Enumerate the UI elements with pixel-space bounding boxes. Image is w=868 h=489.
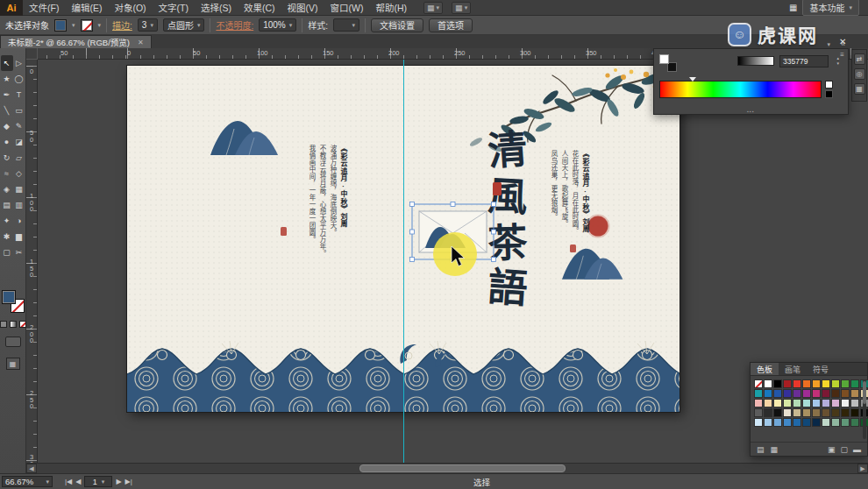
tool-pen[interactable]: ✒ bbox=[1, 87, 13, 103]
tool-artboard[interactable]: ▢ bbox=[1, 244, 13, 260]
swatch[interactable] bbox=[764, 418, 772, 427]
swatch[interactable] bbox=[802, 418, 811, 427]
document-tab[interactable]: 未标题-2* @ 66.67% (RGB/预览) ✕ bbox=[0, 35, 152, 48]
swatch[interactable] bbox=[850, 379, 859, 388]
swatch[interactable] bbox=[783, 408, 792, 417]
tool-rectangle[interactable]: ▭ bbox=[13, 103, 25, 118]
stroke-label[interactable]: 描边: bbox=[112, 18, 132, 32]
swatch[interactable] bbox=[841, 379, 850, 388]
stroke-color-control[interactable] bbox=[81, 19, 93, 32]
document-setup-button[interactable]: 文档设置 bbox=[371, 18, 423, 32]
menu-item-8[interactable]: 窗口(W) bbox=[324, 0, 370, 16]
zoom-field[interactable]: 66.67%▾ bbox=[2, 476, 53, 487]
swatch[interactable] bbox=[802, 408, 811, 417]
swatch[interactable] bbox=[754, 399, 763, 408]
artboard-number-field[interactable]: 1▾ bbox=[84, 476, 112, 487]
tab-options-icon[interactable]: ▾ bbox=[827, 41, 830, 47]
preferences-button[interactable]: 首选项 bbox=[429, 18, 473, 32]
panel-fill-stroke[interactable] bbox=[659, 54, 679, 74]
swatch[interactable] bbox=[802, 399, 811, 408]
menu-item-7[interactable]: 视图(V) bbox=[281, 0, 324, 16]
swatch[interactable] bbox=[822, 408, 830, 417]
swatch[interactable] bbox=[802, 379, 811, 388]
last-artboard-icon[interactable]: ▶| bbox=[125, 478, 132, 485]
first-artboard-icon[interactable]: |◀ bbox=[65, 478, 72, 485]
tool-gradient[interactable]: ▥ bbox=[13, 197, 25, 213]
tool-eyedropper[interactable]: ✦ bbox=[1, 213, 13, 229]
swatch[interactable] bbox=[754, 379, 763, 388]
swatch[interactable] bbox=[831, 379, 840, 388]
swatches-tab-1[interactable]: 色板 bbox=[751, 363, 779, 375]
swatches-scrollbar[interactable] bbox=[863, 379, 866, 439]
workspace-switcher[interactable]: 基本功能▾ bbox=[802, 0, 859, 16]
hex-value-field[interactable]: 335779 bbox=[779, 55, 829, 67]
caret-down-icon[interactable]: ▾ bbox=[72, 22, 75, 28]
swatch[interactable] bbox=[773, 408, 782, 417]
tool-type[interactable]: T bbox=[13, 87, 25, 103]
tool-line-segment[interactable]: ╲ bbox=[1, 103, 13, 118]
swatches-tab-2[interactable]: 画笔 bbox=[779, 363, 807, 375]
color-mode-button[interactable] bbox=[0, 321, 7, 328]
swatch[interactable] bbox=[822, 389, 830, 398]
docked-panel-icon[interactable]: ◎ bbox=[854, 68, 865, 80]
value-spinner[interactable]: ▴▾ bbox=[836, 55, 839, 66]
brush-definition-field[interactable]: 点圆形▾ bbox=[163, 18, 205, 32]
document-layout-icon[interactable]: ▦▾ bbox=[452, 2, 471, 14]
vertical-guide[interactable] bbox=[403, 60, 404, 463]
swatch[interactable] bbox=[841, 399, 850, 408]
swatch[interactable] bbox=[793, 399, 801, 408]
swatch[interactable] bbox=[802, 389, 811, 398]
swatch[interactable] bbox=[831, 418, 840, 427]
spectrum-marker[interactable] bbox=[689, 77, 696, 82]
tool-blend[interactable]: ◑ bbox=[13, 213, 25, 229]
menu-item-6[interactable]: 效果(C) bbox=[238, 0, 281, 16]
opacity-field[interactable]: 100%▾ bbox=[259, 18, 296, 32]
tool-scale[interactable]: ▱ bbox=[13, 150, 25, 166]
swatch[interactable] bbox=[841, 389, 850, 398]
caret-down-icon[interactable]: ▾ bbox=[98, 22, 102, 28]
menu-item-5[interactable]: 选择(S) bbox=[195, 0, 238, 16]
prev-artboard-icon[interactable]: ◀ bbox=[75, 478, 81, 485]
fill-stroke-widget[interactable] bbox=[2, 290, 25, 313]
swatch[interactable] bbox=[850, 408, 859, 417]
swatch[interactable] bbox=[793, 379, 801, 388]
menu-item-2[interactable]: 编辑(E) bbox=[65, 0, 108, 16]
tool-width[interactable]: ≈ bbox=[1, 166, 13, 181]
swatch[interactable] bbox=[783, 389, 792, 398]
docked-panel-icon[interactable]: ▦ bbox=[854, 83, 865, 95]
tab-close-icon[interactable]: ✕ bbox=[138, 39, 144, 46]
swatch[interactable] bbox=[764, 408, 772, 417]
swatch[interactable] bbox=[831, 408, 840, 417]
swatch[interactable] bbox=[822, 379, 830, 388]
none-mode-button[interactable] bbox=[19, 321, 26, 328]
tool-slice[interactable]: ✂ bbox=[13, 244, 25, 260]
opacity-label[interactable]: 不透明度: bbox=[216, 18, 253, 32]
swatches-tab-3[interactable]: 符号 bbox=[807, 363, 835, 375]
watermark-close-icon[interactable]: ✕ bbox=[839, 37, 846, 46]
swatch[interactable] bbox=[754, 408, 763, 417]
swatch[interactable] bbox=[754, 418, 763, 427]
swatch[interactable] bbox=[764, 379, 772, 388]
tool-magic-wand[interactable]: ★ bbox=[1, 71, 13, 87]
panel-menu-icon[interactable]: ≡ bbox=[840, 51, 844, 59]
vertical-ruler[interactable]: 05 01 0 01 5 02 0 02 5 03 0 0 bbox=[26, 60, 38, 463]
tool-pencil[interactable]: ✎ bbox=[13, 118, 25, 134]
swatch[interactable] bbox=[822, 399, 830, 408]
gradient-mode-button[interactable] bbox=[10, 321, 17, 328]
tool-column-graph[interactable]: ▆ bbox=[13, 229, 25, 244]
swatch[interactable] bbox=[773, 399, 782, 408]
swatch-libraries-icon[interactable]: ▤ bbox=[757, 445, 765, 454]
new-swatch-icon[interactable]: ▢ bbox=[840, 445, 848, 454]
swatch[interactable] bbox=[812, 389, 821, 398]
new-color-group-icon[interactable]: ▣ bbox=[828, 445, 836, 454]
swatch[interactable] bbox=[793, 418, 801, 427]
scroll-right-icon[interactable]: ▶ bbox=[857, 464, 868, 473]
delete-swatch-icon[interactable]: ▬ bbox=[853, 445, 861, 454]
panel-resize-grip[interactable]: ▪▪▪ bbox=[747, 109, 754, 114]
swatch[interactable] bbox=[850, 399, 859, 408]
swatch[interactable] bbox=[773, 418, 782, 427]
grayscale-ramp[interactable] bbox=[737, 56, 774, 66]
swatch[interactable] bbox=[831, 399, 840, 408]
swatch[interactable] bbox=[812, 399, 821, 408]
swatch[interactable] bbox=[783, 379, 792, 388]
